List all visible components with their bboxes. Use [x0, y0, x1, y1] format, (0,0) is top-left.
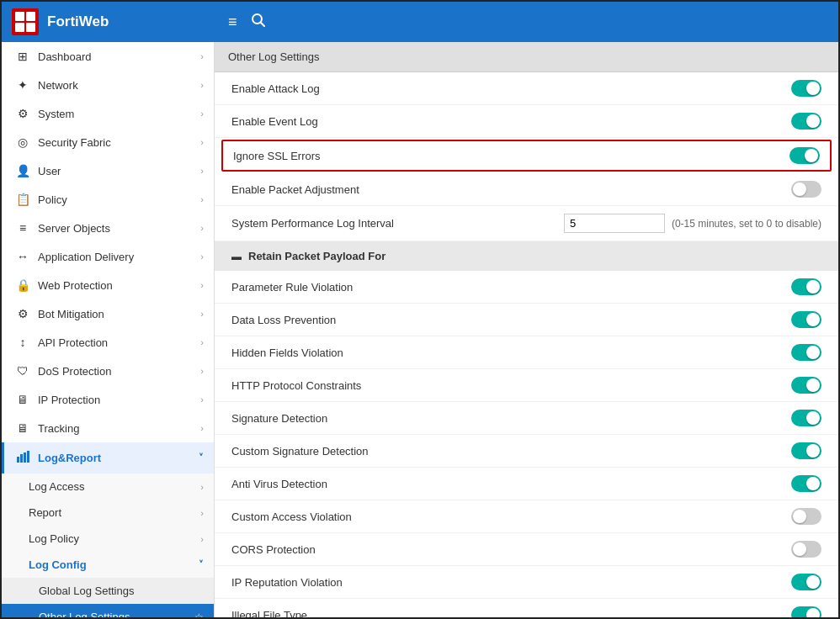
toggle-custom-access-violation[interactable]	[791, 508, 821, 525]
setting-row-anti-virus-detection: Anti Virus Detection	[215, 468, 838, 500]
sidebar-item-server-objects[interactable]: ≡ Server Objects ›	[2, 214, 214, 242]
toggle-enable-event-log[interactable]	[791, 113, 821, 130]
toggle-cors-protection[interactable]	[791, 541, 821, 558]
sidebar-item-bot-mitigation[interactable]: ⚙ Bot Mitigation ›	[2, 299, 214, 328]
chevron-right-icon: ›	[200, 337, 204, 347]
sub-label-other-log-settings: Other Log Settings	[39, 611, 130, 617]
sidebar-sub-item-log-policy[interactable]: Log Policy ›	[2, 526, 214, 552]
svg-rect-5	[27, 451, 29, 463]
sidebar-item-web-protection[interactable]: 🔒 Web Protection ›	[2, 271, 214, 299]
sidebar-label-ip-protection: IP Protection	[38, 394, 200, 406]
chevron-right-icon: ›	[200, 534, 204, 544]
sidebar-label-tracking: Tracking	[38, 422, 200, 435]
setting-row-custom-signature-detection: Custom Signature Detection	[215, 435, 838, 468]
sidebar-label-log-report: Log&Report	[38, 452, 199, 464]
log-interval-hint: (0-15 minutes, set to 0 to disable)	[672, 218, 821, 230]
sub-label-report: Report	[29, 506, 61, 519]
chevron-right-icon: ›	[200, 108, 204, 119]
sidebar-item-user[interactable]: 👤 User ›	[2, 156, 214, 185]
sidebar-sub-item-report[interactable]: Report ›	[2, 500, 214, 526]
chevron-right-icon: ›	[200, 137, 204, 147]
dashboard-icon: ⊞	[14, 50, 31, 63]
toggle-ip-reputation-violation[interactable]	[791, 574, 821, 590]
toggle-custom-signature-detection[interactable]	[791, 442, 821, 459]
setting-row-hidden-fields-violation: Hidden Fields Violation	[215, 336, 838, 369]
setting-label-enable-event-log: Enable Event Log	[231, 115, 791, 128]
chevron-right-icon: ›	[200, 251, 204, 262]
setting-label-log-interval: System Performance Log Interval	[231, 217, 564, 230]
setting-row-cors-protection: CORS Protection	[215, 533, 838, 566]
user-icon: 👤	[14, 164, 31, 177]
sidebar-label-api-protection: API Protection	[38, 336, 200, 349]
setting-label-signature-detection: Signature Detection	[231, 412, 791, 425]
sidebar-item-dos-protection[interactable]: 🛡 DoS Protection ›	[2, 357, 214, 385]
setting-label-hidden-fields-violation: Hidden Fields Violation	[231, 347, 791, 359]
logo-icon	[12, 8, 39, 35]
setting-row-ip-reputation-violation: IP Reputation Violation	[215, 566, 838, 599]
content-title: Other Log Settings	[228, 50, 319, 63]
setting-row-signature-detection: Signature Detection	[215, 402, 838, 435]
sidebar-sub-item-global-log-settings[interactable]: Global Log Settings	[2, 578, 214, 604]
log-report-icon	[14, 450, 31, 466]
system-icon: ⚙	[14, 107, 31, 120]
search-icon[interactable]	[251, 13, 266, 32]
toggle-enable-attack-log[interactable]	[791, 80, 821, 97]
setting-label-custom-signature-detection: Custom Signature Detection	[231, 445, 791, 458]
collapse-icon[interactable]: ▬	[231, 251, 242, 262]
chevron-right-icon: ›	[200, 223, 204, 233]
sub-label-log-policy: Log Policy	[29, 532, 79, 545]
network-icon: ✦	[14, 78, 31, 92]
content-area: Other Log Settings Enable Attack Log Ena…	[215, 42, 838, 617]
chevron-right-icon: ›	[200, 51, 204, 61]
sidebar-item-security-fabric[interactable]: ◎ Security Fabric ›	[2, 128, 214, 156]
header: FortiWeb ≡	[2, 2, 838, 42]
setting-row-ignore-ssl-errors-highlighted: Ignore SSL Errors	[221, 140, 832, 172]
sidebar-item-tracking[interactable]: 🖥 Tracking ›	[2, 414, 214, 442]
sidebar-item-system[interactable]: ⚙ System ›	[2, 99, 214, 128]
svg-rect-4	[24, 452, 26, 463]
sidebar-item-ip-protection[interactable]: 🖥 IP Protection ›	[2, 385, 214, 414]
sidebar-label-user: User	[38, 165, 200, 177]
retain-section-title: Retain Packet Payload For	[248, 250, 385, 262]
ip-protection-icon: 🖥	[14, 393, 31, 406]
svg-rect-3	[20, 454, 23, 463]
sidebar-item-network[interactable]: ✦ Network ›	[2, 71, 214, 99]
star-icon[interactable]: ☆	[194, 611, 204, 618]
header-controls: ≡	[215, 13, 279, 32]
sidebar-label-security-fabric: Security Fabric	[38, 136, 200, 149]
log-interval-input[interactable]	[564, 214, 665, 233]
sidebar-sub-item-log-access[interactable]: Log Access ›	[2, 474, 214, 500]
toggle-parameter-rule-violation[interactable]	[791, 278, 821, 295]
sidebar-item-dashboard[interactable]: ⊞ Dashboard ›	[2, 42, 214, 71]
sidebar-sub-item-log-config[interactable]: Log Config ˅	[2, 552, 214, 578]
log-config-sub: Global Log Settings Other Log Settings ☆…	[2, 578, 214, 617]
sidebar-sub-item-other-log-settings[interactable]: Other Log Settings ☆	[2, 604, 214, 617]
menu-icon[interactable]: ≡	[228, 13, 237, 31]
chevron-right-icon: ›	[200, 166, 204, 176]
toggle-enable-packet-adjustment[interactable]	[791, 181, 821, 198]
sidebar-item-policy[interactable]: 📋 Policy ›	[2, 185, 214, 214]
setting-row-http-protocol-constraints: HTTP Protocol Constraints	[215, 369, 838, 402]
setting-label-http-protocol-constraints: HTTP Protocol Constraints	[231, 379, 791, 392]
toggle-illegal-file-type[interactable]	[791, 606, 821, 617]
sidebar-label-system: System	[38, 108, 200, 120]
sidebar-label-web-protection: Web Protection	[38, 279, 200, 292]
toggle-data-loss-prevention[interactable]	[791, 311, 821, 328]
sidebar-item-api-protection[interactable]: ↕ API Protection ›	[2, 328, 214, 357]
content-header: Other Log Settings	[215, 42, 838, 72]
setting-label-enable-packet-adjustment: Enable Packet Adjustment	[231, 183, 791, 196]
sidebar-label-dashboard: Dashboard	[38, 50, 200, 63]
header-logo: FortiWeb	[2, 2, 215, 42]
toggle-anti-virus-detection[interactable]	[791, 475, 821, 492]
sidebar-item-app-delivery[interactable]: ↔ Application Delivery ›	[2, 242, 214, 271]
setting-label-illegal-file-type: Illegal File Type	[231, 609, 791, 618]
setting-label-anti-virus-detection: Anti Virus Detection	[231, 478, 791, 490]
sidebar: ⊞ Dashboard › ✦ Network › ⚙ System › ◎ S…	[2, 42, 215, 617]
toggle-signature-detection[interactable]	[791, 410, 821, 426]
dos-protection-icon: 🛡	[14, 364, 31, 378]
sidebar-item-log-report[interactable]: Log&Report ˅	[2, 442, 214, 474]
setting-row-enable-attack-log: Enable Attack Log	[215, 72, 838, 105]
toggle-hidden-fields-violation[interactable]	[791, 344, 821, 361]
toggle-http-protocol-constraints[interactable]	[791, 377, 821, 394]
toggle-ignore-ssl-errors[interactable]	[789, 147, 820, 164]
